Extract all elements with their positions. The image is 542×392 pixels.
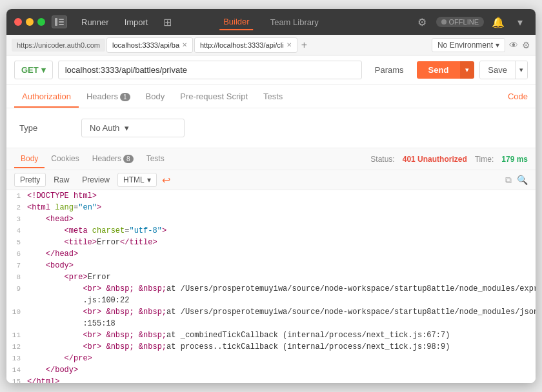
tab-cookies[interactable]: Cookies [45, 150, 85, 168]
send-dropdown-button[interactable]: ▾ [460, 61, 474, 79]
line-number: 9 [6, 283, 27, 295]
params-button[interactable]: Params [367, 61, 412, 79]
tab-response-body[interactable]: Body [14, 150, 45, 168]
tab-tests[interactable]: Tests [256, 86, 290, 108]
line-number: 15 [6, 376, 27, 383]
line-number: 1 [6, 190, 27, 202]
line-number: 7 [6, 260, 27, 271]
svg-rect-3 [59, 24, 64, 25]
type-label: Type [19, 123, 71, 133]
gear-icon[interactable]: ⚙ [522, 40, 530, 50]
code-line: 5 <title>Error</title> [6, 237, 536, 248]
send-btn-group: Send ▾ [417, 61, 475, 79]
search-icon[interactable]: 🔍 [517, 175, 528, 186]
line-number: 11 [6, 329, 27, 341]
close-button[interactable] [14, 18, 22, 26]
new-tab-button[interactable]: ⊞ [157, 14, 178, 31]
menu-icon[interactable]: ▾ [512, 16, 528, 28]
auth-row: Type No Auth ▾ [19, 119, 523, 137]
line-number: 8 [6, 271, 27, 283]
lang-chevron-icon: ▾ [147, 175, 151, 184]
auth-type-value: No Auth [90, 123, 119, 133]
wrap-button[interactable]: ↩ [162, 174, 170, 186]
line-content: <body> [27, 260, 74, 271]
import-button[interactable]: Import [118, 15, 155, 30]
line-number: 13 [6, 353, 27, 364]
lang-select[interactable]: HTML ▾ [117, 173, 157, 187]
code-line: 4 <meta charset="utf-8"> [6, 225, 536, 237]
line-number [6, 318, 27, 329]
tab-battles-close[interactable]: ✕ [182, 41, 187, 48]
titlebar-center: Builder Team Library [219, 14, 323, 30]
tab-cli-close[interactable]: ✕ [286, 41, 292, 48]
titlebar-right: ⚙ OFFLINE 🔔 ▾ [414, 16, 528, 28]
method-select[interactable]: GET ▾ [14, 61, 53, 79]
line-content: <html lang="en"> [27, 202, 101, 213]
url-input[interactable] [58, 61, 362, 79]
save-dropdown-button[interactable]: ▾ [515, 61, 527, 79]
format-preview-button[interactable]: Preview [77, 173, 115, 186]
auth-content: Type No Auth ▾ [6, 108, 536, 148]
tab-battles[interactable]: localhost:3333/api/ba ✕ [106, 37, 193, 53]
add-tab-button[interactable]: + [299, 39, 310, 51]
svg-rect-1 [59, 19, 64, 20]
svg-rect-0 [55, 18, 57, 26]
code-line: 15</html> [6, 376, 536, 383]
response-status: Status: 401 Unauthorized Time: 179 ms [370, 155, 528, 164]
line-content: :155:18 [27, 318, 115, 329]
response-headers-badge: 8 [123, 155, 134, 163]
method-label: GET [21, 65, 39, 75]
code-line: 12 <br> &nbsp; &nbsp;at process..tickCal… [6, 341, 536, 353]
eye-icon[interactable]: 👁 [509, 40, 518, 50]
tab-body[interactable]: Body [138, 86, 173, 108]
sidebar-toggle[interactable] [52, 15, 67, 28]
format-raw-button[interactable]: Raw [48, 173, 74, 186]
copy-icon[interactable]: ⧉ [505, 175, 512, 186]
offline-indicator [441, 19, 447, 24]
line-content: <br> &nbsp; &nbsp;at /Users/prosperotemu… [27, 306, 536, 318]
env-icons: 👁 ⚙ [509, 40, 530, 50]
env-selector: No Environment ▾ 👁 ⚙ [432, 38, 530, 52]
tab-response-headers[interactable]: Headers8 [86, 150, 140, 168]
code-line: 2<html lang="en"> [6, 202, 536, 213]
traffic-lights [14, 18, 45, 26]
minimize-button[interactable] [26, 18, 34, 26]
bell-icon[interactable]: 🔔 [490, 16, 506, 28]
code-content[interactable]: 1<!DOCTYPE html>2<html lang="en">3 <head… [6, 190, 536, 383]
settings-icon[interactable]: ⚙ [414, 16, 430, 28]
save-btn-group: Save ▾ [479, 61, 528, 79]
line-number: 14 [6, 364, 27, 376]
tab-authorization[interactable]: Authorization [14, 86, 79, 108]
code-line: .js:100:22 [6, 295, 536, 306]
env-dropdown[interactable]: No Environment ▾ [432, 38, 505, 52]
tab-team-library[interactable]: Team Library [266, 15, 323, 30]
runner-button[interactable]: Runner [75, 15, 115, 30]
tab-builder[interactable]: Builder [219, 14, 253, 30]
line-content: <!DOCTYPE html> [27, 190, 97, 202]
auth-type-select[interactable]: No Auth ▾ [81, 119, 185, 137]
time-label: Time: [475, 155, 494, 164]
line-number: 3 [6, 213, 27, 225]
code-link[interactable]: Code [508, 92, 528, 101]
line-content: <br> &nbsp; &nbsp;at process..tickCallba… [27, 341, 450, 353]
tab-response-tests[interactable]: Tests [140, 150, 171, 168]
code-line: 14 </body> [6, 364, 536, 376]
tab-cli[interactable]: http://localhost:3333/api/cli ✕ [194, 37, 297, 53]
code-line: 11 <br> &nbsp; &nbsp;at _combinedTickCal… [6, 329, 536, 341]
tab-headers[interactable]: Headers1 [79, 86, 138, 108]
line-content: </html> [27, 376, 59, 383]
maximize-button[interactable] [37, 18, 45, 26]
titlebar-left: Runner Import ⊞ [52, 14, 178, 31]
code-toolbar: Pretty Raw Preview HTML ▾ ↩ ⧉ 🔍 [6, 170, 536, 190]
format-pretty-button[interactable]: Pretty [14, 173, 46, 187]
code-line: 13 </pre> [6, 353, 536, 364]
status-value: 401 Unauthorized [403, 155, 467, 164]
save-button[interactable]: Save [480, 61, 515, 79]
request-bar: GET ▾ Params Send ▾ Save ▾ [6, 55, 536, 85]
tab-prerequest[interactable]: Pre-request Script [172, 86, 256, 108]
offline-badge: OFFLINE [436, 17, 484, 27]
line-content: </body> [27, 364, 78, 376]
code-line: 1<!DOCTYPE html> [6, 190, 536, 202]
send-button[interactable]: Send [417, 61, 461, 79]
line-content: <head> [27, 213, 74, 225]
